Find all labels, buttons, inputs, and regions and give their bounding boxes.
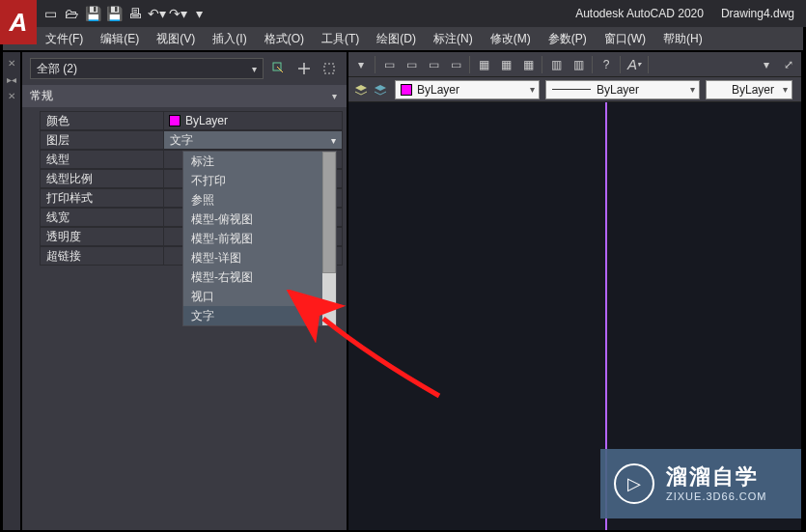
menu-tools[interactable]: 工具(T) bbox=[321, 31, 359, 47]
svg-rect-1 bbox=[324, 64, 334, 73]
properties-panel: 全部 (2) 常规 颜色 ByLayer 图 bbox=[22, 52, 347, 530]
menu-file[interactable]: 文件(F) bbox=[45, 31, 83, 47]
section-label: 常规 bbox=[30, 88, 53, 104]
prop-lineweight-label: 线宽 bbox=[40, 208, 163, 227]
menu-help[interactable]: 帮助(H) bbox=[663, 31, 703, 47]
lineweight-combo[interactable]: ByLayer bbox=[706, 80, 792, 99]
menu-window[interactable]: 窗口(W) bbox=[604, 31, 646, 47]
canvas-toolbar: ▾ ▭ ▭ ▭ ▭ ▦ ▦ ▦ ▥ ▥ ? A▾ ▾ ⤢ bbox=[348, 52, 801, 77]
prop-ltscale-label: 线型比例 bbox=[40, 169, 163, 188]
redo-icon[interactable]: ↷▾ bbox=[170, 6, 185, 21]
menu-format[interactable]: 格式(O) bbox=[264, 31, 304, 47]
dd-item[interactable]: 模型-右视图 bbox=[183, 267, 322, 287]
prop-linetype-label: 线型 bbox=[40, 150, 163, 169]
pickadd-icon[interactable] bbox=[294, 59, 314, 78]
layer-icon[interactable] bbox=[352, 81, 370, 98]
tool-icon[interactable]: ▥ bbox=[547, 56, 565, 73]
undo-icon[interactable]: ↶▾ bbox=[149, 6, 164, 21]
prop-plotstyle-label: 打印样式 bbox=[40, 188, 163, 208]
quick-select-icon[interactable] bbox=[269, 59, 289, 78]
tool-icon[interactable]: ▦ bbox=[497, 56, 514, 73]
new-icon[interactable]: ▭ bbox=[42, 6, 58, 21]
menu-params[interactable]: 参数(P) bbox=[548, 31, 587, 47]
quick-access-toolbar: ▭ 🗁 💾 💾 🖶 ↶▾ ↷▾ ▾ bbox=[42, 0, 207, 27]
dd-item[interactable]: 视口 bbox=[183, 287, 322, 306]
tool-icon[interactable]: ▭ bbox=[380, 56, 398, 73]
watermark-logo-icon: ▷ bbox=[614, 463, 654, 504]
prop-color-label: 颜色 bbox=[40, 111, 163, 130]
dd-item[interactable]: 不打印 bbox=[183, 171, 322, 190]
title-text: Autodesk AutoCAD 2020 Drawing4.dwg bbox=[575, 7, 794, 20]
tool-icon[interactable]: ▦ bbox=[475, 56, 492, 73]
dd-item[interactable]: 标注 bbox=[183, 152, 322, 171]
layer-dropdown-list: 标注 不打印 参照 模型-俯视图 模型-前视图 模型-详图 模型-右视图 视口 … bbox=[182, 151, 337, 326]
saveas-icon[interactable]: 💾 bbox=[106, 6, 122, 21]
app-name: Autodesk AutoCAD 2020 bbox=[575, 7, 704, 20]
watermark: ▷ 溜溜自学 ZIXUE.3D66.COM bbox=[600, 449, 801, 518]
color-swatch-icon bbox=[402, 85, 411, 95]
tool-icon[interactable]: ▥ bbox=[570, 56, 587, 73]
menu-dimension[interactable]: 标注(N) bbox=[433, 31, 473, 47]
open-icon[interactable]: 🗁 bbox=[64, 6, 79, 21]
menu-insert[interactable]: 插入(I) bbox=[212, 31, 246, 47]
prop-layer[interactable]: 图层 文字 bbox=[40, 130, 343, 150]
menu-bar: 文件(F) 编辑(E) 视图(V) 插入(I) 格式(O) 工具(T) 绘图(D… bbox=[3, 27, 803, 50]
tool-icon[interactable]: ▭ bbox=[447, 56, 464, 73]
selection-combo-text: 全部 (2) bbox=[37, 61, 77, 77]
menu-draw[interactable]: 绘图(D) bbox=[376, 31, 416, 47]
save-icon[interactable]: 💾 bbox=[85, 6, 100, 21]
qat-more-icon[interactable]: ▾ bbox=[191, 6, 207, 21]
print-icon[interactable]: 🖶 bbox=[127, 6, 143, 21]
dd-item[interactable]: 模型-俯视图 bbox=[183, 210, 322, 229]
tool-icon[interactable]: ▦ bbox=[519, 56, 537, 73]
flyout-icon[interactable]: ⤢ bbox=[780, 56, 797, 73]
dropdown-scrollbar[interactable] bbox=[322, 152, 336, 325]
linetype-combo[interactable]: ByLayer bbox=[545, 80, 700, 99]
textstyle-icon[interactable]: A▾ bbox=[625, 56, 643, 73]
dd-item[interactable]: 参照 bbox=[183, 190, 322, 210]
dd-item[interactable]: 模型-前视图 bbox=[183, 229, 322, 248]
prop-layer-label: 图层 bbox=[40, 130, 163, 150]
section-general[interactable]: 常规 bbox=[22, 85, 347, 107]
tool-icon[interactable]: ▭ bbox=[403, 56, 420, 73]
palette-pin-icon[interactable]: ▸◂ bbox=[7, 74, 16, 85]
palette-close-icon[interactable]: ✕ bbox=[8, 58, 15, 69]
select-objects-icon[interactable] bbox=[320, 59, 339, 78]
watermark-url: ZIXUE.3D66.COM bbox=[666, 490, 766, 503]
line-preview-icon bbox=[552, 89, 591, 90]
prop-layer-value[interactable]: 文字 bbox=[163, 130, 343, 150]
layer-icon[interactable] bbox=[372, 81, 389, 98]
dd-item[interactable]: 模型-详图 bbox=[183, 248, 322, 267]
prop-color[interactable]: 颜色 ByLayer bbox=[40, 111, 343, 130]
drawing-canvas[interactable]: ▷ 溜溜自学 ZIXUE.3D66.COM bbox=[348, 102, 801, 530]
selection-combo[interactable]: 全部 (2) bbox=[30, 58, 264, 79]
prop-color-value[interactable]: ByLayer bbox=[163, 111, 343, 130]
prop-hyperlink-label: 超链接 bbox=[40, 246, 163, 266]
tool-icon[interactable]: ▾ bbox=[758, 56, 775, 73]
doc-name: Drawing4.dwg bbox=[721, 7, 794, 20]
tool-icon[interactable]: ▾ bbox=[352, 56, 370, 73]
color-combo[interactable]: ByLayer bbox=[395, 80, 540, 99]
menu-modify[interactable]: 修改(M) bbox=[490, 31, 531, 47]
menu-view[interactable]: 视图(V) bbox=[156, 31, 195, 47]
watermark-title: 溜溜自学 bbox=[666, 464, 766, 490]
tool-icon[interactable]: ▭ bbox=[425, 56, 442, 73]
drawing-canvas-container: ▾ ▭ ▭ ▭ ▭ ▦ ▦ ▦ ▥ ▥ ? A▾ ▾ ⤢ bbox=[348, 52, 801, 530]
color-swatch-icon bbox=[170, 116, 180, 126]
prop-transparency-label: 透明度 bbox=[40, 227, 163, 246]
menu-edit[interactable]: 编辑(E) bbox=[100, 31, 139, 47]
palette-menu-icon[interactable]: ✕ bbox=[8, 91, 15, 101]
dd-item-selected[interactable]: 文字 bbox=[183, 306, 322, 325]
layer-toolbar: ByLayer ByLayer ByLayer bbox=[348, 77, 801, 102]
help-icon[interactable]: ? bbox=[598, 56, 615, 73]
scrollbar-thumb[interactable] bbox=[322, 152, 336, 273]
app-logo[interactable]: A bbox=[0, 0, 37, 44]
palette-gutter: ✕ ▸◂ ✕ bbox=[3, 52, 20, 530]
